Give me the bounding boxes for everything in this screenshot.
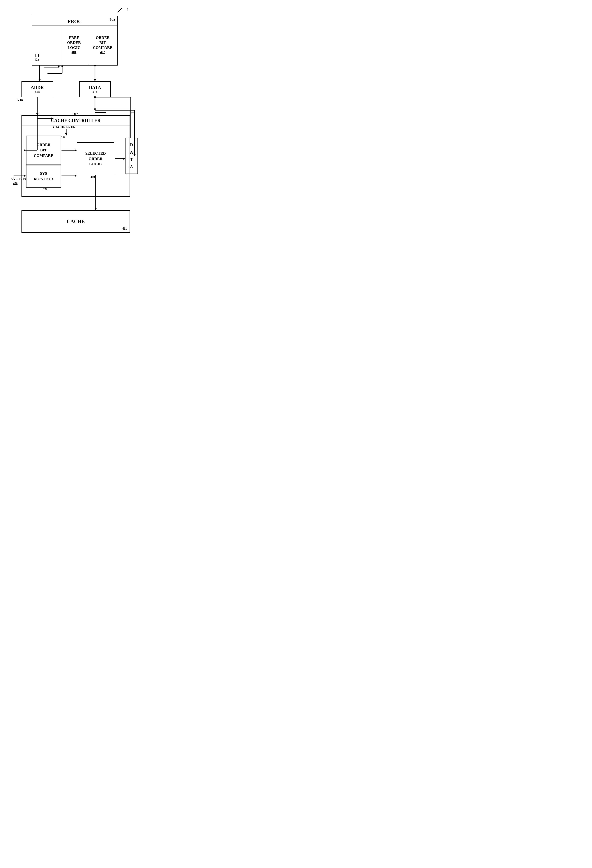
- ref-1-label: 1: [127, 7, 129, 12]
- data-upper-ref: 414: [93, 90, 98, 94]
- data-right-a2: A: [130, 163, 133, 170]
- sol-line2: ORDER: [89, 156, 102, 162]
- obc-proc-line1: ORDER: [96, 35, 110, 40]
- l1-cell: L1 12a: [32, 26, 60, 63]
- ref-406-label: 406: [13, 182, 18, 185]
- data-right-d: D: [130, 141, 133, 149]
- svg-marker-11: [94, 79, 96, 81]
- sysmon-box: SYS MONITOR: [26, 165, 61, 187]
- data-right-a: A: [130, 149, 133, 156]
- obc-inner-ref: 403: [61, 135, 65, 139]
- cache-label: CACHE: [67, 218, 84, 224]
- cache-box: CACHE 411: [21, 210, 130, 233]
- pol-line1: PREF: [69, 35, 79, 40]
- proc-title: PROC: [32, 16, 117, 26]
- sol-ref: 409: [90, 175, 95, 179]
- proc-ref: 10a: [110, 18, 115, 21]
- obc-proc-ref: 402: [101, 50, 105, 54]
- obc-proc-line3: COMPARE: [93, 45, 112, 50]
- cache-pref-label: CACHE PREF: [53, 125, 75, 129]
- sol-line3: LOGIC: [89, 161, 102, 167]
- cc-label: CACHE CONTROLLER: [22, 116, 130, 125]
- svg-line-0: [118, 8, 122, 12]
- pol-ref: 401: [72, 50, 77, 54]
- pref-order-logic-cell: PREF ORDER LOGIC 401: [60, 26, 88, 63]
- pol-line2: ORDER: [67, 40, 81, 45]
- addr-ref: 404: [35, 90, 40, 94]
- obc-inner-line1: ORDER: [37, 142, 50, 148]
- cache-ref: 411: [122, 227, 127, 230]
- data-right-t: T: [130, 156, 133, 163]
- selected-order-logic-box: SELECTED ORDER LOGIC: [77, 142, 114, 175]
- l1-label: L1: [34, 53, 58, 58]
- data-upper-label: DATA: [89, 85, 101, 90]
- data-right-ref: 414: [135, 137, 139, 140]
- l1-ref: 12a: [34, 58, 58, 62]
- sysbus-label: SYS. BUS: [11, 177, 26, 181]
- svg-marker-3: [38, 79, 41, 81]
- ref-412-label: 412: [131, 109, 135, 113]
- addr-label: ADDR: [31, 85, 44, 90]
- svg-marker-32: [95, 208, 97, 210]
- obc-inner-line2: BIT: [40, 148, 47, 153]
- pol-line3: LOGIC: [68, 45, 80, 50]
- obc-inner-box: ORDER BIT COMPARE: [26, 136, 61, 165]
- ref-407-label: 407: [74, 112, 78, 115]
- addr-box: ADDR 404: [21, 81, 53, 97]
- data-upper-box: DATA 414: [79, 81, 111, 97]
- obc-proc-line2: BIT: [99, 40, 106, 45]
- proc-box: PROC 10a L1 12a PREF ORDER LOGIC 401 ORD…: [32, 16, 118, 65]
- svg-marker-16: [94, 108, 96, 111]
- data-right-box: D A T A: [126, 138, 138, 174]
- order-bit-compare-proc-cell: ORDER BIT COMPARE 402: [88, 26, 117, 63]
- obc-inner-line3: COMPARE: [34, 153, 53, 158]
- sol-line1: SELECTED: [85, 151, 106, 156]
- sysmon-line2: MONITOR: [34, 176, 53, 182]
- sysmon-line1: SYS: [40, 171, 47, 176]
- ref-16-label: ↳16: [17, 98, 23, 102]
- sysmon-ref: 405: [43, 187, 47, 190]
